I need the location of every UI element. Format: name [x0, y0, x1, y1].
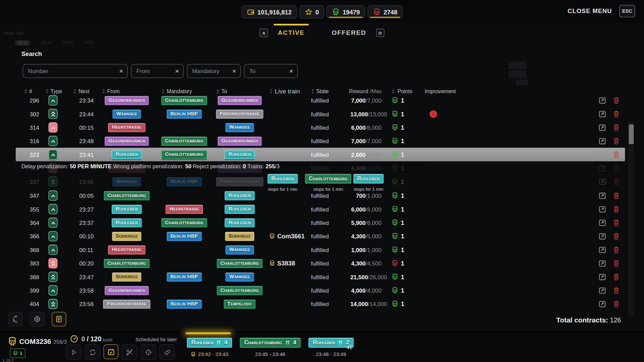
clear-filter-icon[interactable]: × — [172, 67, 179, 74]
reward-cell: 6,000/6,000 — [350, 206, 381, 213]
cpu-chip-button[interactable] — [30, 312, 44, 326]
delete-button[interactable] — [612, 110, 620, 118]
search-field-to[interactable]: × — [244, 64, 298, 78]
delete-button[interactable] — [612, 164, 620, 172]
delete-button[interactable] — [612, 137, 620, 145]
reschedule-button[interactable] — [598, 110, 606, 118]
repeat-button[interactable] — [85, 344, 100, 360]
station-badge: Charlottenburg — [217, 259, 263, 268]
row-actions — [598, 232, 625, 240]
reward-cell: 5,900/6,000 — [350, 219, 381, 226]
points-cell: 1 — [382, 246, 417, 253]
next-time: 23:27 — [66, 206, 97, 213]
search-input-number[interactable] — [27, 67, 117, 75]
reschedule-button[interactable] — [598, 192, 606, 199]
contract-row-399[interactable]: 39923:58GesundbrunnenCharlottenburgfulfi… — [16, 284, 625, 297]
contract-row-302[interactable]: 30223:44WannseeBerlin HBFFriedrichstraße… — [16, 107, 625, 121]
contract-row-314[interactable]: 31400:15HeerstraßeWannseefulfilled6,000/… — [16, 121, 625, 134]
delete-button[interactable] — [612, 124, 620, 131]
stop-list: Ruhleben423:42 - 23:43Charlottenburg423:… — [187, 338, 354, 357]
delete-button[interactable] — [612, 246, 620, 253]
contract-row-355[interactable]: 35523:27RuhlebenHeerstraßeRuhlebenfulfil… — [16, 202, 625, 216]
schedule-calendar-button[interactable] — [104, 344, 118, 359]
contract-row-316[interactable]: 31623:48GesundbrunnenCharlottenburgGesun… — [16, 134, 625, 147]
reward-value: 6,000 — [351, 124, 366, 131]
stars-value: 0 — [315, 8, 319, 15]
reschedule-button[interactable] — [598, 246, 606, 253]
search-input-to[interactable] — [249, 67, 287, 75]
search-input-from[interactable] — [136, 67, 172, 75]
stop-time-text: 23:45 - 23:46 — [255, 351, 285, 357]
delete-button[interactable] — [612, 259, 620, 267]
station-badge: Charlottenburg — [161, 136, 207, 145]
delete-button[interactable] — [612, 205, 620, 213]
reschedule-button[interactable] — [598, 287, 606, 294]
points-value: 1 — [401, 233, 404, 240]
no-split-scissors-button[interactable] — [121, 344, 137, 360]
tab-active[interactable]: ACTIVE — [276, 29, 306, 37]
contract-row-323[interactable]: 32323:41RuhlebenCharlottenburgRuhlebenfu… — [16, 148, 625, 161]
link-button[interactable] — [159, 344, 175, 360]
delete-button[interactable] — [612, 150, 620, 158]
schedule-stop[interactable]: Ruhleben423:42 - 23:43 — [187, 338, 232, 357]
contract-row-366[interactable]: 36600:10SüdkreuzBerlin HBFSüdkreuzCom366… — [16, 229, 625, 243]
reschedule-button[interactable] — [598, 164, 606, 172]
scrollbar-track[interactable] — [628, 121, 634, 317]
delete-button[interactable] — [612, 97, 620, 104]
contracts-list-button[interactable] — [52, 312, 66, 326]
state-cell: fulfilled — [311, 260, 351, 267]
clear-filter-icon[interactable]: × — [117, 67, 123, 74]
mandatory-cell: Charlottenburg — [157, 150, 212, 159]
clear-filter-icon[interactable]: × — [287, 67, 293, 74]
delete-button[interactable] — [612, 273, 620, 281]
delete-button[interactable] — [612, 232, 620, 240]
contract-row-296[interactable]: 29623:34GesundbrunnenCharlottenburgGesun… — [16, 94, 625, 107]
close-menu-button[interactable]: CLOSE MENU — [568, 7, 612, 14]
type-single-chevron-icon — [48, 122, 57, 133]
search-field-from[interactable]: × — [131, 64, 184, 78]
locate-target-button[interactable] — [141, 344, 156, 360]
reschedule-button[interactable] — [598, 259, 606, 267]
contract-number: 366 — [16, 233, 40, 240]
tab-offered[interactable]: OFFERED — [330, 29, 368, 37]
reschedule-button[interactable] — [598, 97, 606, 104]
contract-row-368[interactable]: 36800:11HeerstraßeWannseefulfilled1,000/… — [16, 243, 625, 256]
contract-number: 296 — [16, 97, 40, 104]
reschedule-button[interactable] — [598, 219, 606, 227]
train-icon — [7, 337, 17, 346]
schedule-stop[interactable]: Charlottenburg423:45 - 23:46 — [240, 338, 301, 357]
play-button[interactable] — [66, 344, 82, 360]
from-cell: Gesundbrunnen — [97, 96, 157, 105]
reschedule-button[interactable] — [598, 124, 606, 131]
contract-row-388[interactable]: 38823:47SüdkreuzBerlin HBFWannseefulfill… — [16, 270, 625, 284]
reschedule-button[interactable] — [598, 273, 606, 281]
search-input-mandatory[interactable] — [192, 67, 230, 75]
row-actions — [598, 246, 625, 253]
from-cell: Wannsee — [97, 177, 157, 186]
clear-filter-icon[interactable]: × — [230, 67, 236, 74]
reschedule-button[interactable] — [598, 205, 606, 213]
contract-row-383[interactable]: 38300:20CharlottenburgCharlottenburgS383… — [16, 256, 625, 270]
delete-button[interactable] — [612, 300, 620, 308]
track-switch-button[interactable] — [8, 312, 22, 326]
row-actions — [598, 137, 625, 145]
delete-button[interactable] — [612, 192, 620, 199]
reschedule-button[interactable] — [598, 232, 606, 240]
delete-button[interactable] — [612, 178, 620, 185]
reschedule-button[interactable] — [598, 137, 606, 145]
esc-keycap[interactable]: ESC — [620, 5, 635, 17]
search-field-number[interactable]: × — [22, 64, 127, 78]
improvement-info-icon[interactable]: i — [430, 110, 437, 118]
contract-row-404[interactable]: 40423:56FriedrichstraßeBerlin HBFTempelh… — [16, 297, 625, 310]
reschedule-button[interactable] — [598, 178, 606, 185]
reschedule-button[interactable] — [598, 300, 606, 308]
delete-button[interactable] — [612, 287, 620, 294]
train-id[interactable]: COM3236 — [19, 338, 51, 346]
next-time: 23:58 — [66, 287, 97, 294]
contract-row-364[interactable]: 36423:37RuhlebenCharlottenburgRuhlebenfu… — [16, 216, 625, 229]
reschedule-button[interactable] — [598, 150, 606, 158]
search-field-mandatory[interactable]: × — [187, 64, 240, 78]
delete-button[interactable] — [612, 219, 620, 227]
sort-icon — [391, 88, 395, 94]
scrollbar-thumb[interactable] — [629, 124, 634, 144]
